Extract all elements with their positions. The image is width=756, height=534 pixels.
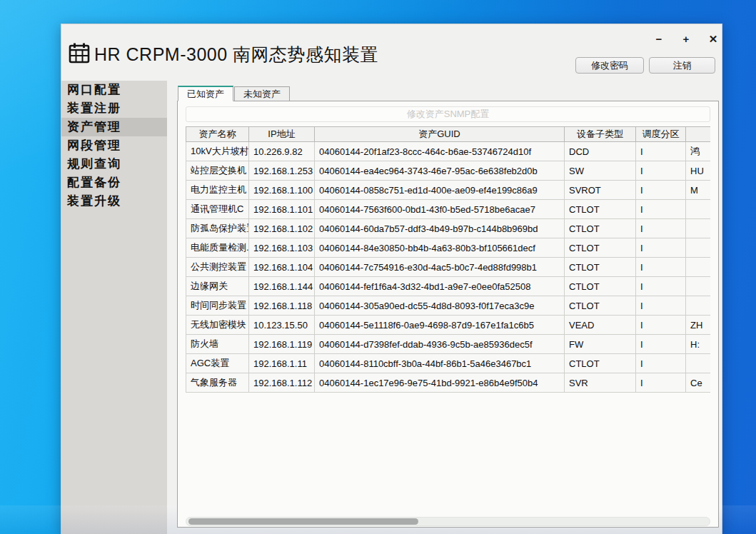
table-cell: SW [565, 161, 636, 181]
column-header[interactable]: 调度分区 [636, 127, 686, 142]
table-row[interactable]: 防孤岛保护装置192.168.1.10204060144-60da7b57-dd… [186, 219, 711, 238]
change-password-button[interactable]: 修改密码 [575, 57, 644, 74]
table-cell: CTLOT [565, 200, 636, 219]
table-cell: 站控层交换机 [186, 161, 249, 181]
table-cell: 防火墙 [186, 335, 249, 354]
table-cell: 04060144-305a90ed-dc55-4d8d-8093-f0f17ec… [315, 296, 565, 316]
table-cell: 04060144-0858c751-ed1d-400e-ae09-ef4e199… [315, 181, 565, 200]
table-row[interactable]: 10kV大片坡村...10.226.9.8204060144-20f1af23-… [186, 142, 711, 161]
minimize-button[interactable]: − [645, 30, 672, 49]
table-cell: 192.168.1.253 [249, 161, 315, 181]
table-cell [686, 296, 711, 316]
table-cell: 192.168.1.101 [249, 200, 315, 219]
table-cell: 192.168.1.119 [249, 335, 315, 354]
tab-unknown-assets[interactable]: 未知资产 [234, 86, 290, 101]
table-cell: I [636, 277, 686, 296]
table-row[interactable]: 公共测控装置192.168.1.10404060144-7c754916-e30… [186, 258, 711, 277]
column-header[interactable] [686, 127, 711, 142]
table-cell: I [636, 373, 686, 393]
table-cell: 192.168.1.102 [249, 219, 315, 238]
table-row[interactable]: 无线加密模块10.123.15.5004060144-5e1118f6-0ae9… [186, 316, 711, 335]
close-button[interactable]: ✕ [700, 30, 727, 49]
table-cell: 电力监控主机 [186, 181, 249, 200]
maximize-button[interactable]: + [672, 30, 700, 49]
table-cell: 192.168.1.118 [249, 296, 315, 316]
assets-table-head: 资产名称IP地址资产GUID设备子类型调度分区 [186, 127, 711, 142]
table-cell: 04060144-1ec17e96-9e75-41bd-9921-e86b4e9… [315, 373, 565, 393]
column-header[interactable]: IP地址 [249, 127, 315, 142]
table-row[interactable]: 通讯管理机C192.168.1.10104060144-7563f600-0bd… [186, 200, 711, 219]
table-cell: M [686, 181, 711, 200]
column-header[interactable]: 资产GUID [315, 127, 565, 142]
table-cell: 通讯管理机C [186, 200, 249, 219]
table-row[interactable]: 电能质量检测...192.168.1.10304060144-84e30850-… [186, 238, 711, 258]
sidebar-item-subnet-management[interactable]: 网段管理 [61, 136, 167, 155]
table-row[interactable]: 电力监控主机192.168.1.10004060144-0858c751-ed1… [186, 181, 711, 200]
table-cell: H: [686, 335, 711, 354]
tab-known-assets[interactable]: 已知资产 [178, 86, 233, 101]
table-cell: VEAD [565, 316, 636, 335]
table-cell: CTLOT [565, 238, 636, 258]
table-cell: CTLOT [565, 258, 636, 277]
sidebar-item-network-port-config[interactable]: 网口配置 [61, 81, 167, 99]
sidebar: 网口配置装置注册资产管理网段管理规则查询配置备份装置升级 [61, 81, 167, 534]
table-cell: 192.168.1.11 [249, 354, 315, 373]
table-cell: 04060144-5e1118f6-0ae9-4698-87d9-167e1fa… [315, 316, 565, 335]
column-header[interactable]: 资产名称 [186, 127, 249, 142]
table-cell: 192.168.1.104 [249, 258, 315, 277]
app-title: HR CRPM-3000 南网态势感知装置 [94, 43, 378, 66]
table-cell [686, 238, 711, 258]
table-cell: 04060144-60da7b57-ddf3-4b49-b97b-c144b8b… [315, 219, 565, 238]
table-cell: 10.226.9.82 [249, 142, 315, 161]
table-cell: FW [565, 335, 636, 354]
horizontal-scrollbar[interactable] [186, 517, 710, 526]
table-row[interactable]: 防火墙192.168.1.11904060144-d7398fef-ddab-4… [186, 335, 711, 354]
table-cell: 192.168.1.103 [249, 238, 315, 258]
table-cell: 04060144-8110cbff-3b0a-44bf-86b1-5a46e34… [315, 354, 565, 373]
table-cell [686, 354, 711, 373]
sidebar-item-device-register[interactable]: 装置注册 [61, 99, 167, 118]
table-row[interactable]: 气象服务器192.168.1.11204060144-1ec17e96-9e75… [186, 373, 711, 393]
table-cell: 04060144-7563f600-0bd1-43f0-b5ed-5718be6… [315, 200, 565, 219]
table-cell: 04060144-ea4ec964-3743-46e7-95ac-6e638fe… [315, 161, 565, 181]
table-row[interactable]: 边缘网关192.168.1.14404060144-fef1f6a4-3d32-… [186, 277, 711, 296]
logout-button[interactable]: 注销 [649, 57, 715, 74]
table-cell: I [636, 316, 686, 335]
table-cell [686, 277, 711, 296]
table-cell: CTLOT [565, 219, 636, 238]
table-cell: 10kV大片坡村... [186, 142, 249, 161]
horizontal-scrollbar-thumb[interactable] [188, 518, 418, 525]
table-cell: I [636, 142, 686, 161]
table-cell: 192.168.1.100 [249, 181, 315, 200]
table-cell: 电能质量检测... [186, 238, 249, 258]
table-cell: I [636, 181, 686, 200]
table-cell: I [636, 296, 686, 316]
column-header[interactable]: 设备子类型 [565, 127, 636, 142]
tab-bar: 已知资产未知资产 [178, 86, 291, 101]
table-cell [686, 258, 711, 277]
window-controls: −+✕ [645, 30, 727, 49]
table-row[interactable]: 站控层交换机192.168.1.25304060144-ea4ec964-374… [186, 161, 711, 181]
sidebar-item-rule-query[interactable]: 规则查询 [61, 155, 167, 173]
table-cell: 10.123.15.50 [249, 316, 315, 335]
table-cell: 鸿 [686, 142, 711, 161]
desktop-background: HR CRPM-3000 南网态势感知装置 −+✕ 修改密码 注销 网口配置装置… [0, 0, 756, 534]
table-cell: I [636, 238, 686, 258]
table-cell [686, 200, 711, 219]
table-cell: I [636, 335, 686, 354]
table-cell: 04060144-d7398fef-ddab-4936-9c5b-ae85936… [315, 335, 565, 354]
modify-asset-snmp-config-button[interactable]: 修改资产SNMP配置 [186, 106, 710, 122]
sidebar-item-config-backup[interactable]: 配置备份 [61, 173, 167, 192]
table-cell: 04060144-7c754916-e30d-4ac5-b0c7-4ed88fd… [315, 258, 565, 277]
table-row[interactable]: 时间同步装置192.168.1.11804060144-305a90ed-dc5… [186, 296, 711, 316]
table-cell: SVR [565, 373, 636, 393]
sidebar-item-asset-management[interactable]: 资产管理 [61, 118, 167, 136]
table-cell: I [636, 258, 686, 277]
table-cell: I [636, 200, 686, 219]
sidebar-item-device-upgrade[interactable]: 装置升级 [61, 192, 167, 211]
table-row[interactable]: AGC装置192.168.1.1104060144-8110cbff-3b0a-… [186, 354, 711, 373]
table-cell: CTLOT [565, 354, 636, 373]
table-cell [686, 219, 711, 238]
table-cell: I [636, 354, 686, 373]
table-cell: 无线加密模块 [186, 316, 249, 335]
